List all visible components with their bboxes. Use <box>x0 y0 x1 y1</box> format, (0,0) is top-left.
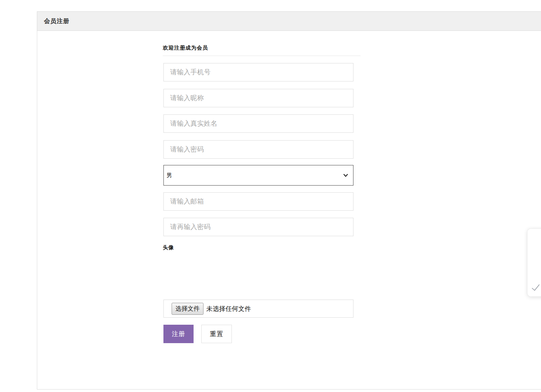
file-status-text: 未选择任何文件 <box>206 305 251 313</box>
floating-side-panel[interactable] <box>527 228 541 297</box>
card-header: 会员注册 <box>37 12 541 31</box>
gender-selected-value: 男 <box>167 172 172 179</box>
gender-select[interactable]: 男 <box>163 165 353 186</box>
choose-file-button[interactable]: 选择文件 <box>172 303 203 315</box>
realname-input[interactable] <box>163 114 353 133</box>
form-title-divider <box>163 56 361 56</box>
chevron-down-icon <box>343 172 348 178</box>
avatar-file-input[interactable]: 选择文件 未选择任何文件 <box>163 300 353 318</box>
avatar-label: 头像 <box>163 244 174 251</box>
reset-button[interactable]: 重置 <box>201 325 232 343</box>
email-input[interactable] <box>163 192 353 211</box>
password-confirm-input[interactable] <box>163 218 353 236</box>
password-input[interactable] <box>163 140 353 159</box>
page-title: 会员注册 <box>44 17 69 25</box>
phone-input[interactable] <box>163 63 353 81</box>
register-button[interactable]: 注册 <box>163 325 194 343</box>
form-title: 欢迎注册成为会员 <box>163 45 361 51</box>
nickname-input[interactable] <box>163 89 353 107</box>
check-icon <box>531 283 540 292</box>
